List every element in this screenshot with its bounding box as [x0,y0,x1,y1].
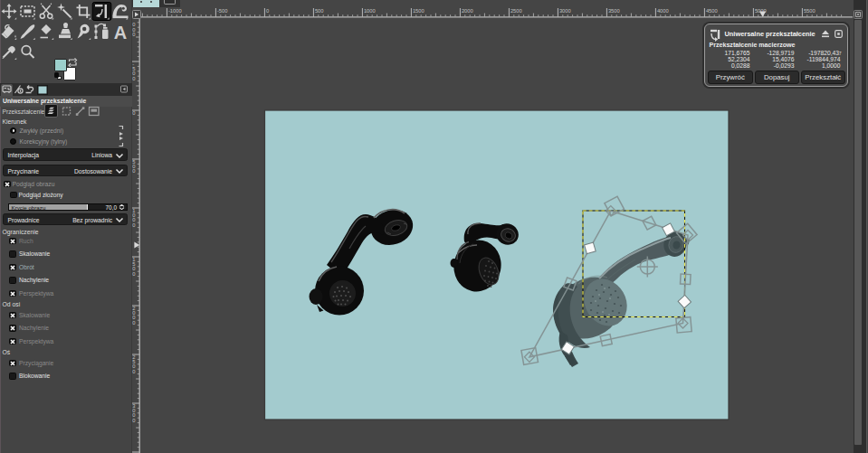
svg-text:0: 0 [266,8,269,14]
svg-text:2000: 2000 [462,8,473,14]
svg-text:3500: 3500 [608,8,620,14]
svg-text:1500: 1500 [413,8,424,14]
svg-text:0: 0 [132,168,135,174]
svg-text:0: 0 [132,271,135,277]
svg-text:A: A [114,23,127,42]
svg-text:-500: -500 [217,8,228,14]
svg-text:0: 0 [132,76,135,81]
svg-text:5500: 5500 [804,8,816,14]
svg-text:2500: 2500 [510,8,522,14]
svg-text:0: 0 [132,418,135,423]
svg-text:-1000: -1000 [168,8,182,14]
svg-text:500: 500 [315,8,324,14]
svg-text:3000: 3000 [559,8,571,14]
svg-text:4000: 4000 [657,8,669,14]
svg-text:1000: 1000 [364,8,376,14]
svg-text:0: 0 [132,320,135,326]
svg-text:0: 0 [132,222,135,228]
svg-text:0: 0 [132,32,135,37]
svg-text:0: 0 [132,369,135,374]
svg-text:0: 0 [132,110,135,116]
svg-text:4500: 4500 [706,8,718,14]
